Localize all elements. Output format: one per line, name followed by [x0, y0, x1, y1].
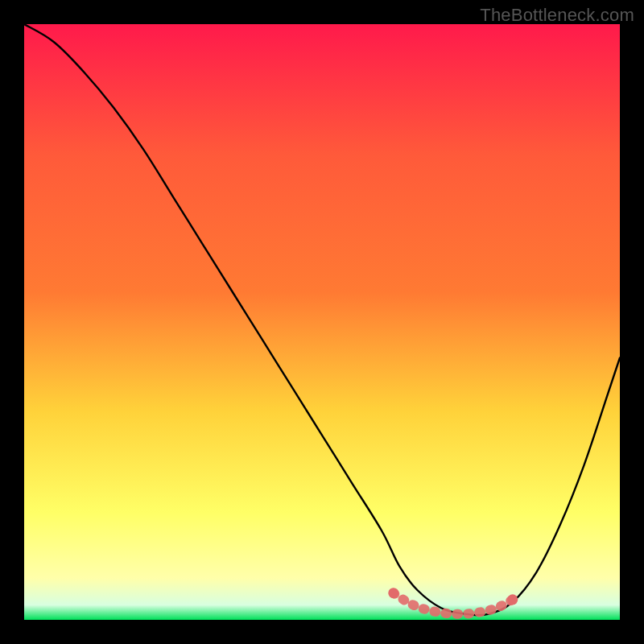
gradient-background — [24, 24, 620, 620]
plot-area — [24, 24, 620, 620]
svg-point-0 — [388, 588, 398, 598]
chart-container: TheBottleneck.com — [0, 0, 644, 644]
svg-point-1 — [507, 594, 518, 605]
watermark-text: TheBottleneck.com — [480, 5, 634, 26]
chart-svg — [24, 24, 620, 620]
